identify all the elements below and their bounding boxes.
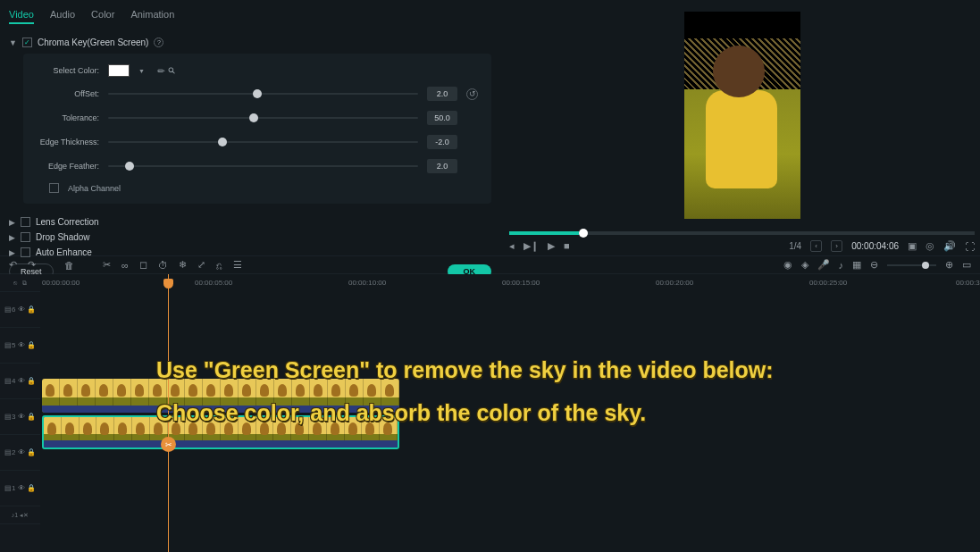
zoom-fit-icon[interactable]: ⤢ — [197, 259, 205, 271]
offset-value[interactable]: 2.0 — [427, 87, 457, 101]
edge-thickness-label: Edge Thickness: — [28, 138, 99, 146]
eyedropper-advanced-icon[interactable]: ⚲ — [165, 65, 177, 77]
fullscreen-icon[interactable]: ⛶ — [965, 241, 975, 252]
edge-thickness-value[interactable]: -2.0 — [427, 135, 457, 149]
zoom-slider[interactable] — [887, 264, 936, 266]
track-head-audio[interactable]: ♪1 ◂✕ — [0, 506, 40, 524]
detach-icon[interactable]: ⎌ — [216, 260, 222, 271]
crop-icon[interactable]: ◻ — [139, 259, 147, 271]
scissors-icon[interactable]: ✂ — [161, 437, 176, 452]
track-head-6[interactable]: ▤6 👁 🔒 — [0, 292, 40, 328]
alpha-channel-checkbox[interactable] — [49, 183, 59, 193]
zoom-in-icon[interactable]: ⊕ — [945, 259, 953, 271]
offset-slider[interactable] — [108, 93, 418, 95]
tolerance-label: Tolerance: — [28, 113, 99, 122]
mic-icon[interactable]: 🎤 — [817, 259, 830, 271]
link-icon[interactable]: ∞ — [121, 260, 129, 271]
edge-feather-value[interactable]: 2.0 — [427, 159, 457, 173]
timecode: 00:00:04:06 — [851, 241, 899, 251]
info-icon[interactable]: ? — [154, 38, 163, 47]
tab-animation[interactable]: Animation — [130, 9, 174, 24]
zoom-out-icon[interactable]: ⊖ — [870, 259, 878, 271]
preview-viewer[interactable] — [509, 4, 975, 226]
chroma-enable-checkbox[interactable] — [22, 38, 32, 47]
color-swatch[interactable] — [108, 64, 130, 77]
ruler-mark: 00:00:20:00 — [656, 279, 693, 287]
freeze-icon[interactable]: ❄ — [179, 259, 187, 271]
ruler-mark: 00:00:25:00 — [809, 279, 847, 287]
shield-icon[interactable]: ◈ — [801, 259, 808, 271]
chroma-title: Chroma Key(Green Screen) — [38, 38, 149, 47]
menu-icon[interactable]: ☰ — [233, 259, 242, 271]
delete-icon[interactable]: 🗑 — [64, 260, 74, 271]
eyedropper-icon[interactable]: ✎ — [155, 64, 166, 76]
offset-reset-icon[interactable]: ↺ — [466, 88, 478, 100]
edge-feather-label: Edge Feather: — [28, 162, 99, 171]
tab-video[interactable]: Video — [9, 9, 34, 24]
track-head-3[interactable]: ▤3 👁 🔒 — [0, 399, 40, 435]
play-pause-icon[interactable]: ▶❙ — [524, 240, 539, 252]
preview-scrub[interactable] — [509, 231, 975, 235]
quality-icon[interactable]: ◎ — [926, 240, 934, 252]
volume-icon[interactable]: 🔊 — [943, 240, 956, 252]
snapshot-icon[interactable]: ▣ — [908, 240, 917, 252]
tolerance-value[interactable]: 50.0 — [427, 111, 457, 125]
ruler-mark: 00:00:3 — [956, 279, 980, 287]
drop-shadow-title: Drop Shadow — [36, 232, 90, 242]
ruler-mark: 00:00:15:00 — [502, 279, 540, 287]
lens-checkbox[interactable] — [21, 217, 30, 227]
ruler-mark: 00:00:00:00 — [42, 279, 80, 287]
fit-timeline-icon[interactable]: ▭ — [962, 259, 971, 271]
tab-audio[interactable]: Audio — [50, 9, 75, 24]
chevron-right-icon[interactable]: ▶ — [9, 248, 15, 257]
prev-frame-icon[interactable]: ◂ — [509, 240, 515, 252]
stop-icon[interactable]: ■ — [564, 240, 570, 252]
shadow-checkbox[interactable] — [21, 232, 30, 242]
undo-icon[interactable]: ↶ — [9, 259, 17, 271]
alpha-channel-label: Alpha Channel — [68, 184, 121, 193]
redo-icon[interactable]: ↷ — [28, 259, 36, 271]
edge-thickness-slider[interactable] — [108, 141, 418, 143]
enhance-checkbox[interactable] — [21, 247, 30, 257]
lens-correction-title: Lens Correction — [36, 217, 99, 227]
split-icon[interactable]: ✂ — [103, 259, 111, 271]
color-dropdown-icon[interactable]: ▼ — [138, 68, 145, 74]
chevron-right-icon[interactable]: ▶ — [9, 218, 15, 227]
ruler-mark: 00:00:10:00 — [348, 279, 386, 287]
track-head-4[interactable]: ▤4 👁 🔒 — [0, 364, 40, 399]
play-icon[interactable]: ▶ — [548, 240, 555, 252]
tolerance-slider[interactable] — [108, 117, 418, 119]
auto-enhance-title: Auto Enhance — [36, 247, 92, 257]
track-head-1[interactable]: ▤1 👁 🔒 — [0, 471, 40, 506]
next-button[interactable]: › — [831, 240, 842, 252]
track-head-2[interactable]: ▤2 👁 🔒 — [0, 435, 40, 471]
prev-button[interactable]: ‹ — [810, 240, 822, 252]
grid-icon[interactable]: ▦ — [852, 259, 861, 271]
select-color-label: Select Color: — [28, 66, 99, 75]
side-toolbar-1[interactable]: ⎋ ⧉ — [0, 274, 40, 292]
track-head-5[interactable]: ▤5 👁 🔒 — [0, 328, 40, 364]
tab-color[interactable]: Color — [91, 9, 114, 24]
ruler-mark: 00:00:05:00 — [195, 279, 232, 287]
timeline-ruler[interactable]: 00:00:00:00 00:00:05:00 00:00:10:00 00:0… — [0, 274, 980, 290]
offset-label: OffSet: — [28, 89, 99, 98]
chevron-right-icon[interactable]: ▶ — [9, 233, 15, 242]
tutorial-overlay: Use "Green Screen" to remove the sky in … — [156, 349, 774, 434]
record-icon[interactable]: ◉ — [783, 259, 792, 271]
music-icon[interactable]: ♪ — [839, 260, 844, 271]
edge-feather-slider[interactable] — [108, 165, 418, 167]
zoom-level[interactable]: 1/4 — [789, 241, 801, 251]
chevron-down-icon[interactable]: ▼ — [9, 38, 17, 47]
speed-icon[interactable]: ⏱ — [158, 260, 168, 271]
